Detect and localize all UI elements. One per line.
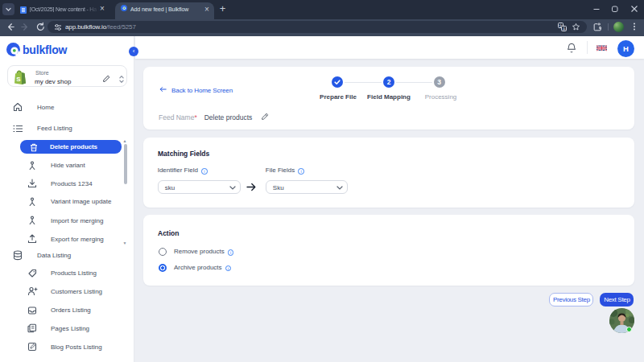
svg-text:S: S bbox=[16, 76, 21, 83]
svg-text:A: A bbox=[563, 27, 566, 31]
